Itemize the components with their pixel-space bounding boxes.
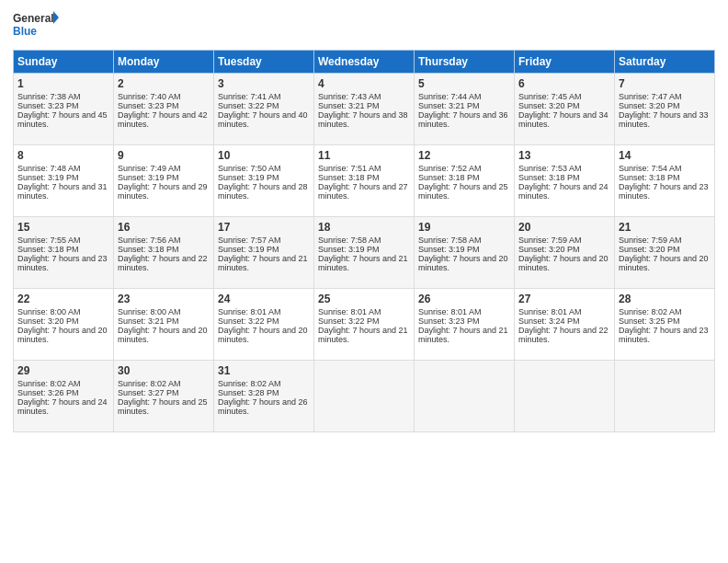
- sunset-text: Sunset: 3:18 PM: [418, 173, 480, 182]
- daylight-text: Daylight: 7 hours and 36 minutes.: [418, 110, 508, 129]
- daylight-text: Daylight: 7 hours and 40 minutes.: [218, 110, 308, 129]
- calendar-cell: 11Sunrise: 7:51 AMSunset: 3:18 PMDayligh…: [314, 145, 415, 217]
- sunset-text: Sunset: 3:18 PM: [17, 245, 79, 254]
- day-header: Thursday: [415, 51, 515, 74]
- sunset-text: Sunset: 3:20 PM: [518, 101, 580, 110]
- calendar-cell: 24Sunrise: 8:01 AMSunset: 3:22 PMDayligh…: [214, 289, 314, 361]
- sunrise-text: Sunrise: 7:59 AM: [619, 236, 682, 245]
- calendar-cell: 30Sunrise: 8:02 AMSunset: 3:27 PMDayligh…: [114, 361, 214, 432]
- sunrise-text: Sunrise: 8:01 AM: [318, 307, 381, 316]
- sunrise-text: Sunrise: 8:00 AM: [118, 307, 181, 316]
- sunset-text: Sunset: 3:22 PM: [318, 316, 380, 326]
- sunset-text: Sunset: 3:19 PM: [218, 245, 279, 254]
- sunrise-text: Sunrise: 7:53 AM: [518, 164, 582, 173]
- day-number: 13: [518, 149, 610, 162]
- daylight-text: Daylight: 7 hours and 31 minutes.: [17, 182, 108, 201]
- day-number: 30: [118, 364, 210, 377]
- daylight-text: Daylight: 7 hours and 25 minutes.: [418, 182, 508, 201]
- day-number: 28: [619, 293, 711, 305]
- calendar-cell: [515, 361, 615, 432]
- sunrise-text: Sunrise: 7:54 AM: [619, 164, 682, 173]
- daylight-text: Daylight: 7 hours and 20 minutes.: [118, 326, 208, 344]
- calendar-cell: 13Sunrise: 7:53 AMSunset: 3:18 PMDayligh…: [515, 145, 615, 217]
- sunset-text: Sunset: 3:26 PM: [17, 388, 79, 397]
- svg-text:Blue: Blue: [13, 25, 37, 38]
- sunrise-text: Sunrise: 7:41 AM: [218, 92, 281, 101]
- sunset-text: Sunset: 3:25 PM: [619, 316, 680, 326]
- day-number: 22: [17, 293, 109, 305]
- calendar-cell: 31Sunrise: 8:02 AMSunset: 3:28 PMDayligh…: [214, 361, 314, 432]
- daylight-text: Daylight: 7 hours and 20 minutes.: [218, 326, 308, 344]
- sunset-text: Sunset: 3:18 PM: [118, 245, 179, 254]
- day-number: 8: [17, 149, 109, 162]
- daylight-text: Daylight: 7 hours and 27 minutes.: [318, 182, 408, 201]
- day-number: 5: [418, 77, 510, 90]
- day-header: Saturday: [615, 51, 715, 74]
- day-number: 20: [518, 221, 610, 234]
- sunrise-text: Sunrise: 7:59 AM: [518, 236, 582, 245]
- sunrise-text: Sunrise: 7:44 AM: [418, 92, 482, 101]
- day-header: Monday: [114, 51, 214, 74]
- sunset-text: Sunset: 3:22 PM: [218, 101, 279, 110]
- day-number: 18: [318, 221, 410, 234]
- sunset-text: Sunset: 3:20 PM: [619, 101, 680, 110]
- sunset-text: Sunset: 3:19 PM: [418, 245, 480, 254]
- sunrise-text: Sunrise: 8:00 AM: [17, 307, 81, 316]
- page-container: General Blue SundayMondayTuesdayWednesda…: [0, 0, 728, 563]
- day-number: 3: [218, 77, 310, 90]
- day-number: 26: [418, 293, 510, 305]
- calendar-cell: 25Sunrise: 8:01 AMSunset: 3:22 PMDayligh…: [314, 289, 415, 361]
- calendar-cell: 1Sunrise: 7:38 AMSunset: 3:23 PMDaylight…: [14, 74, 114, 145]
- calendar-cell: 28Sunrise: 8:02 AMSunset: 3:25 PMDayligh…: [615, 289, 715, 361]
- sunrise-text: Sunrise: 8:02 AM: [218, 379, 281, 388]
- calendar-week-row: 29Sunrise: 8:02 AMSunset: 3:26 PMDayligh…: [14, 361, 715, 432]
- calendar-cell: [415, 361, 515, 432]
- sunrise-text: Sunrise: 7:55 AM: [17, 236, 81, 245]
- sunrise-text: Sunrise: 7:57 AM: [218, 236, 281, 245]
- sunset-text: Sunset: 3:19 PM: [218, 173, 279, 182]
- sunrise-text: Sunrise: 7:56 AM: [118, 236, 181, 245]
- daylight-text: Daylight: 7 hours and 29 minutes.: [118, 182, 208, 201]
- day-number: 16: [118, 221, 210, 234]
- day-number: 14: [619, 149, 711, 162]
- svg-marker-2: [53, 11, 59, 24]
- daylight-text: Daylight: 7 hours and 21 minutes.: [218, 254, 308, 272]
- daylight-text: Daylight: 7 hours and 20 minutes.: [17, 326, 108, 344]
- sunrise-text: Sunrise: 8:02 AM: [17, 379, 81, 388]
- daylight-text: Daylight: 7 hours and 45 minutes.: [17, 110, 108, 129]
- calendar-cell: 22Sunrise: 8:00 AMSunset: 3:20 PMDayligh…: [14, 289, 114, 361]
- sunrise-text: Sunrise: 8:01 AM: [218, 307, 281, 316]
- sunrise-text: Sunrise: 8:01 AM: [418, 307, 482, 316]
- sunset-text: Sunset: 3:27 PM: [118, 388, 179, 397]
- day-number: 6: [518, 77, 610, 90]
- sunset-text: Sunset: 3:23 PM: [17, 101, 79, 110]
- header: General Blue: [13, 9, 715, 44]
- sunset-text: Sunset: 3:19 PM: [118, 173, 179, 182]
- day-number: 23: [118, 293, 210, 305]
- sunset-text: Sunset: 3:20 PM: [518, 245, 580, 254]
- calendar-cell: [615, 361, 715, 432]
- day-number: 1: [17, 77, 109, 90]
- daylight-text: Daylight: 7 hours and 22 minutes.: [118, 254, 208, 272]
- day-header: Friday: [515, 51, 615, 74]
- daylight-text: Daylight: 7 hours and 23 minutes.: [17, 254, 108, 272]
- sunrise-text: Sunrise: 7:43 AM: [318, 92, 381, 101]
- calendar-table: SundayMondayTuesdayWednesdayThursdayFrid…: [13, 50, 715, 432]
- sunset-text: Sunset: 3:18 PM: [518, 173, 580, 182]
- sunset-text: Sunset: 3:20 PM: [619, 245, 680, 254]
- calendar-cell: 3Sunrise: 7:41 AMSunset: 3:22 PMDaylight…: [214, 74, 314, 145]
- sunset-text: Sunset: 3:19 PM: [318, 245, 380, 254]
- calendar-week-row: 22Sunrise: 8:00 AMSunset: 3:20 PMDayligh…: [14, 289, 715, 361]
- day-number: 15: [17, 221, 109, 234]
- sunrise-text: Sunrise: 7:45 AM: [518, 92, 582, 101]
- sunrise-text: Sunrise: 7:48 AM: [17, 164, 81, 173]
- calendar-cell: 10Sunrise: 7:50 AMSunset: 3:19 PMDayligh…: [214, 145, 314, 217]
- daylight-text: Daylight: 7 hours and 38 minutes.: [318, 110, 408, 129]
- svg-text:General: General: [13, 12, 54, 25]
- sunrise-text: Sunrise: 7:49 AM: [118, 164, 181, 173]
- sunset-text: Sunset: 3:21 PM: [318, 101, 380, 110]
- calendar-cell: 29Sunrise: 8:02 AMSunset: 3:26 PMDayligh…: [14, 361, 114, 432]
- daylight-text: Daylight: 7 hours and 28 minutes.: [218, 182, 308, 201]
- day-number: 31: [218, 364, 310, 377]
- calendar-cell: 5Sunrise: 7:44 AMSunset: 3:21 PMDaylight…: [415, 74, 515, 145]
